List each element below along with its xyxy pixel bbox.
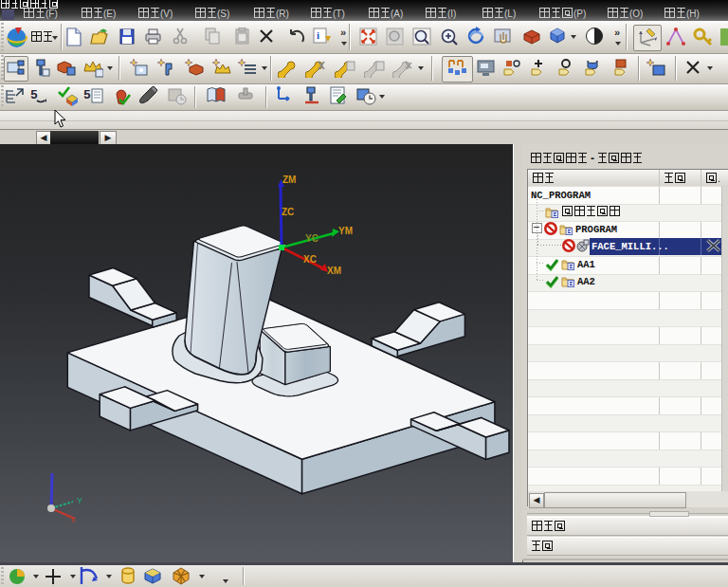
- svg-text:XC: XC: [303, 254, 317, 265]
- svg-text:x: x: [71, 515, 76, 524]
- svg-text:XM: XM: [327, 266, 341, 276]
- svg-text:i: i: [317, 29, 319, 41]
- svg-text:Y: Y: [77, 496, 82, 505]
- svg-text:YM: YM: [338, 226, 353, 236]
- svg-text:ZC: ZC: [282, 207, 294, 217]
- svg-text:ZM: ZM: [282, 174, 296, 185]
- svg-text:5: 5: [30, 88, 38, 102]
- svg-text:YC: YC: [305, 233, 318, 244]
- svg-text:5: 5: [83, 88, 91, 102]
